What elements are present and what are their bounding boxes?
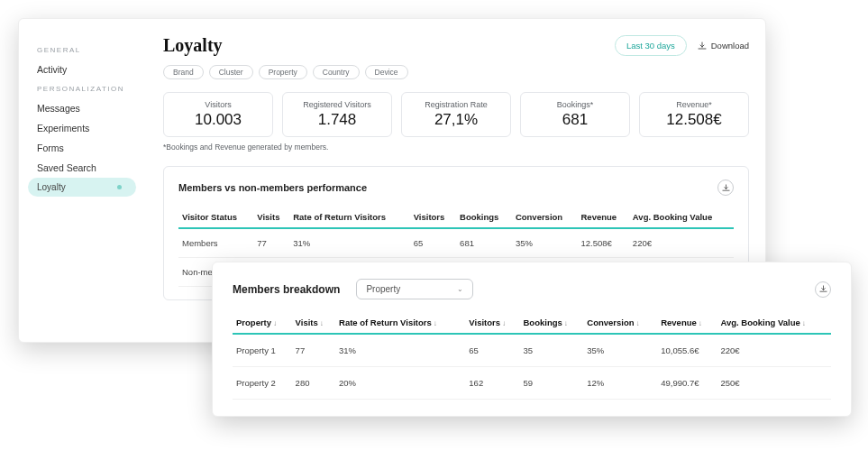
cell-abv: 250€ xyxy=(717,367,831,400)
page-title: Loyalty xyxy=(163,35,223,56)
kpi-value: 10.003 xyxy=(168,111,269,129)
sort-icon: ↓ xyxy=(434,319,437,327)
sort-icon: ↓ xyxy=(320,319,324,327)
sidebar: GENERAL Activity PERSONALIZATION Message… xyxy=(19,19,145,197)
cell-property: Property 1 xyxy=(233,334,292,367)
cell-rev: 12.508€ xyxy=(577,228,628,258)
filter-row: Brand Cluster Property Country Device xyxy=(163,65,749,79)
col-bookings[interactable]: Bookings xyxy=(456,207,512,228)
kpi-bookings: Bookings*681 xyxy=(520,92,630,137)
breakdown-download-button[interactable] xyxy=(815,281,831,298)
sidebar-category-general: GENERAL xyxy=(37,46,145,54)
cell-visits: 280 xyxy=(292,367,335,400)
col-visitor-status[interactable]: Visitor Status xyxy=(178,207,253,228)
kpi-registration-rate: Registration Rate27,1% xyxy=(401,92,511,137)
sort-icon: ↓ xyxy=(273,319,277,327)
breakdown-title: Members breakdown xyxy=(233,283,340,296)
table-row: Property 1 77 31% 65 35 35% 10,055.6€ 22… xyxy=(233,334,831,367)
header-actions: Last 30 days Download xyxy=(615,35,749,56)
cell-visits: 77 xyxy=(292,334,335,367)
col-revenue[interactable]: Revenue↓ xyxy=(657,312,717,334)
breakdown-table: Property↓ Visits↓ Rate of Return Visitor… xyxy=(233,312,831,400)
cell-rev: 10,055.6€ xyxy=(657,334,717,367)
sidebar-item-activity[interactable]: Activity xyxy=(37,60,145,79)
sort-icon: ↓ xyxy=(564,319,568,327)
breakdown-select[interactable]: Property ⌄ xyxy=(356,279,473,299)
kpi-label: Visitors xyxy=(168,100,269,109)
download-icon xyxy=(698,41,708,51)
cell-conv: 35% xyxy=(512,228,578,258)
kpi-label: Revenue* xyxy=(644,100,745,109)
header-row: Loyalty Last 30 days Download xyxy=(163,35,749,56)
kpi-value: 12.508€ xyxy=(644,111,745,129)
download-button[interactable]: Download xyxy=(698,41,749,51)
col-visits[interactable]: Visits xyxy=(253,207,289,228)
sort-icon: ↓ xyxy=(802,319,806,327)
cell-visitors: 65 xyxy=(410,228,456,258)
cell-conv: 35% xyxy=(583,334,657,367)
cell-visitors: 65 xyxy=(465,334,519,367)
col-rrv[interactable]: Rate of Return Visitors xyxy=(289,207,409,228)
col-conversion[interactable]: Conversion↓ xyxy=(583,312,657,334)
members-breakdown-card: Members breakdown Property ⌄ Property↓ V… xyxy=(212,262,852,417)
filter-property[interactable]: Property xyxy=(259,65,307,79)
col-visitors[interactable]: Visitors xyxy=(410,207,456,228)
sidebar-item-label: Loyalty xyxy=(37,182,66,192)
col-abv[interactable]: Avg. Booking Value xyxy=(629,207,734,228)
active-indicator-icon xyxy=(117,185,122,189)
panel-title: Members vs non-members performance xyxy=(178,182,367,193)
kpi-label: Bookings* xyxy=(525,100,626,109)
kpi-label: Registration Rate xyxy=(406,100,507,109)
filter-country[interactable]: Country xyxy=(313,65,360,79)
breakdown-header: Members breakdown Property ⌄ xyxy=(233,279,831,299)
cell-abv: 220€ xyxy=(629,228,734,258)
sidebar-item-experiments[interactable]: Experiments xyxy=(37,118,145,138)
cell-bookings: 59 xyxy=(520,367,584,400)
kpi-row: Visitors10.003 Registered Visitors1.748 … xyxy=(163,92,749,137)
col-rrv[interactable]: Rate of Return Visitors↓ xyxy=(335,312,465,334)
col-visits[interactable]: Visits↓ xyxy=(292,312,335,334)
col-bookings[interactable]: Bookings↓ xyxy=(520,312,584,334)
kpi-value: 681 xyxy=(525,111,626,129)
cell-visitors: 162 xyxy=(465,367,519,400)
col-revenue[interactable]: Revenue xyxy=(577,207,628,228)
panel-download-button[interactable] xyxy=(717,179,734,196)
panel-header: Members vs non-members performance xyxy=(178,179,734,196)
chevron-down-icon: ⌄ xyxy=(457,285,463,293)
cell-status: Members xyxy=(178,228,253,258)
col-conversion[interactable]: Conversion xyxy=(512,207,578,228)
col-property[interactable]: Property↓ xyxy=(233,312,292,334)
sidebar-item-loyalty[interactable]: Loyalty xyxy=(28,178,136,197)
cell-rrv: 31% xyxy=(289,228,409,258)
col-abv[interactable]: Avg. Booking Value↓ xyxy=(717,312,831,334)
table-row: Members 77 31% 65 681 35% 12.508€ 220€ xyxy=(178,228,734,258)
cell-bookings: 681 xyxy=(456,228,512,258)
cell-bookings: 35 xyxy=(520,334,584,367)
table-row: Property 2 280 20% 162 59 12% 49,990.7€ … xyxy=(233,367,831,400)
cell-visits: 77 xyxy=(253,228,289,258)
sort-icon: ↓ xyxy=(699,319,702,327)
kpi-value: 1.748 xyxy=(287,111,388,129)
download-label: Download xyxy=(711,41,749,51)
filter-cluster[interactable]: Cluster xyxy=(209,65,253,79)
sort-icon: ↓ xyxy=(636,319,640,327)
main-content: Loyalty Last 30 days Download Brand Clus… xyxy=(163,35,749,300)
kpi-value: 27,1% xyxy=(406,111,507,129)
filter-brand[interactable]: Brand xyxy=(163,65,204,79)
kpi-revenue: Revenue*12.508€ xyxy=(639,92,749,137)
cell-property: Property 2 xyxy=(233,367,292,400)
cell-rrv: 31% xyxy=(335,334,465,367)
sidebar-category-personalization: PERSONALIZATION xyxy=(37,85,145,93)
sidebar-item-savedsearch[interactable]: Saved Search xyxy=(37,158,145,178)
sidebar-item-messages[interactable]: Messages xyxy=(37,98,145,118)
cell-conv: 12% xyxy=(583,367,657,400)
kpi-footnote: *Bookings and Revenue generated by membe… xyxy=(163,143,749,152)
kpi-registered-visitors: Registered Visitors1.748 xyxy=(282,92,392,137)
cell-rrv: 20% xyxy=(335,367,465,400)
daterange-button[interactable]: Last 30 days xyxy=(615,35,687,56)
col-visitors[interactable]: Visitors↓ xyxy=(465,312,519,334)
sidebar-item-forms[interactable]: Forms xyxy=(37,138,145,158)
filter-device[interactable]: Device xyxy=(365,65,408,79)
cell-rev: 49,990.7€ xyxy=(657,367,717,400)
sort-icon: ↓ xyxy=(502,319,506,327)
